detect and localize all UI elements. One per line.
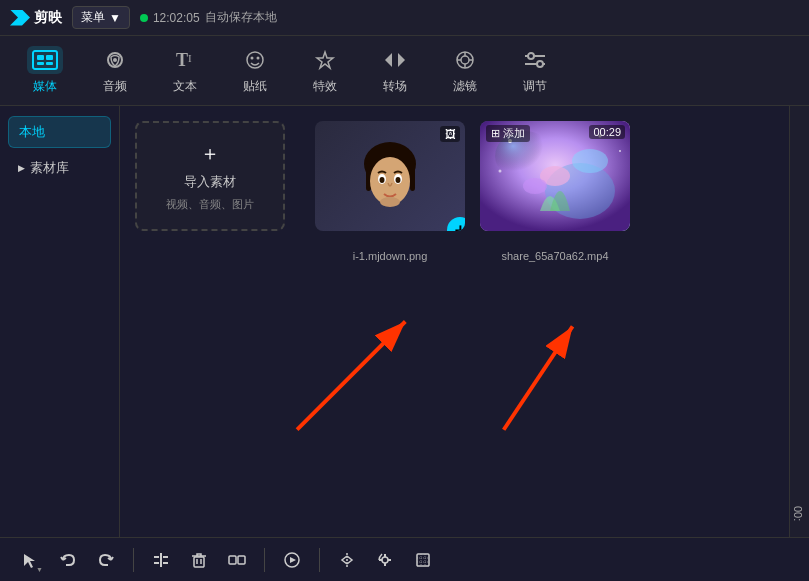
sidebar-local[interactable]: 本地 [8,116,111,148]
svg-point-10 [251,57,254,60]
import-subtitle: 视频、音频、图片 [166,197,254,212]
tool-sticker-label: 贴纸 [243,78,267,95]
tool-transition-label: 转场 [383,78,407,95]
import-plus-icon: ＋ [200,140,220,167]
right-panel-text: 00: [792,506,804,521]
adjust-icon [517,46,553,74]
transform-icon [376,551,394,569]
tool-effects-label: 特效 [313,78,337,95]
tool-media-label: 媒体 [33,78,57,95]
play-tool[interactable] [277,545,307,575]
right-panel: 00: [789,106,809,537]
tool-filter-label: 滤镜 [453,78,477,95]
tool-effects[interactable]: 特效 [290,41,360,101]
tool-transition[interactable]: 转场 [360,41,430,101]
undo-icon [59,551,77,569]
content-panel: ＋ 导入素材 视频、音频、图片 [120,106,789,537]
svg-marker-56 [290,557,296,563]
svg-rect-54 [238,556,245,564]
tool-text[interactable]: T I 文本 [150,41,220,101]
transition-icon [377,46,413,74]
redo-icon [97,551,115,569]
media-item-photo: 🖼 ＋ i-1.mjdown.png [315,121,465,262]
divider-2 [264,548,265,572]
image-type-badge: 🖼 [440,126,460,142]
photo-thumb[interactable]: 🖼 ＋ [315,121,465,231]
photo-filename: i-1.mjdown.png [353,250,428,262]
video-duration: 00:29 [589,125,625,139]
svg-point-40 [619,150,621,152]
import-area[interactable]: ＋ 导入素材 视频、音频、图片 [135,121,285,231]
media-icon [27,46,63,74]
svg-point-20 [528,53,534,59]
redo-tool[interactable] [91,545,121,575]
tool-audio[interactable]: 音频 [80,41,150,101]
import-title: 导入素材 [184,173,236,191]
divider-3 [319,548,320,572]
split-tool[interactable] [146,545,176,575]
split-icon [152,551,170,569]
status-area: 12:02:05 自动保存本地 [140,9,277,26]
main-area: 本地 ▶ 素材库 ＋ 导入素材 视频、音频、图片 [0,106,809,537]
svg-point-31 [380,197,400,207]
play-icon [283,551,301,569]
menu-label: 菜单 [81,9,105,26]
logo-icon [10,10,30,26]
select-tool[interactable] [15,545,45,575]
tool-text-label: 文本 [173,78,197,95]
svg-text:T: T [176,50,188,70]
divider-1 [133,548,134,572]
svg-point-58 [382,557,388,563]
video-add-label: ⊞ 添加 [486,125,530,142]
menu-arrow: ▼ [109,11,121,25]
text-icon: T I [167,46,203,74]
filter-icon [447,46,483,74]
svg-text:I: I [188,52,192,64]
svg-rect-53 [229,556,236,564]
mirror-tool[interactable] [332,545,362,575]
local-label: 本地 [19,123,45,141]
svg-point-22 [537,61,543,67]
sidebar-library[interactable]: ▶ 素材库 [8,153,111,183]
tool-filter[interactable]: 滤镜 [430,41,500,101]
sidebar: 本地 ▶ 素材库 [0,106,120,537]
sticker-icon [237,46,273,74]
svg-rect-25 [410,161,415,191]
svg-point-11 [257,57,260,60]
main-toolbar: 媒体 音频 T I 文本 [0,36,809,106]
tool-adjust-label: 调节 [523,78,547,95]
svg-point-37 [572,149,608,173]
library-label: 素材库 [30,159,69,177]
crop-icon [414,551,432,569]
svg-marker-12 [317,52,333,68]
tool-media[interactable]: 媒体 [10,41,80,101]
face-portrait [358,139,423,214]
status-text: 自动保存本地 [205,9,277,26]
svg-rect-49 [194,557,204,567]
app-name: 剪映 [34,9,62,27]
svg-point-36 [523,178,547,194]
crop-tool[interactable] [408,545,438,575]
tool-sticker[interactable]: 贴纸 [220,41,290,101]
svg-rect-59 [417,554,429,566]
top-bar: 剪映 菜单 ▼ 12:02:05 自动保存本地 [0,0,809,36]
video-thumb[interactable]: ⊞ 添加 00:29 [480,121,630,231]
frame-tool[interactable] [222,545,252,575]
status-dot [140,14,148,22]
svg-rect-0 [33,51,57,69]
svg-point-41 [499,170,502,173]
svg-point-29 [379,177,384,183]
delete-tool[interactable] [184,545,214,575]
svg-rect-4 [46,62,53,65]
library-arrow: ▶ [18,163,25,173]
tool-adjust[interactable]: 调节 [500,41,570,101]
effects-icon [307,46,343,74]
undo-tool[interactable] [53,545,83,575]
svg-rect-1 [37,55,44,60]
svg-point-6 [113,58,117,62]
svg-rect-3 [37,62,44,65]
frame-icon [228,551,246,569]
menu-button[interactable]: 菜单 ▼ [72,6,130,29]
svg-point-14 [461,56,469,64]
transform-tool[interactable] [370,545,400,575]
